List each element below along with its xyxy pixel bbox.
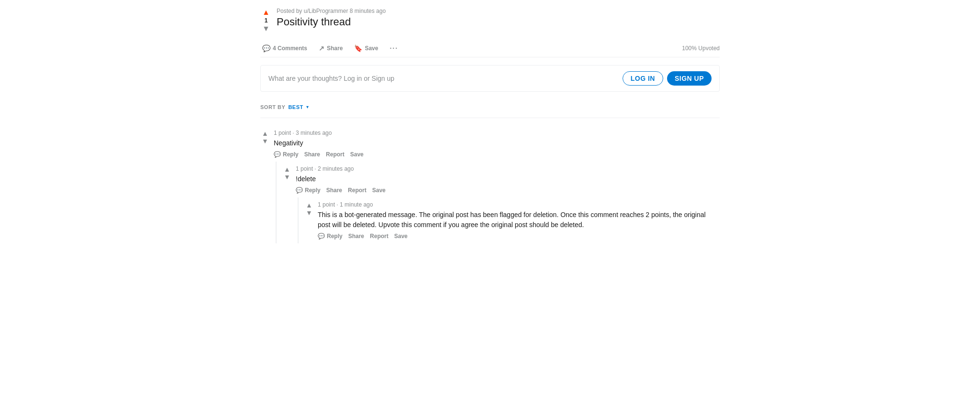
- table-row: ▲ ▼ 1 point · 3 minutes ago Negativity 💬…: [260, 126, 720, 162]
- post-upvote-arrow[interactable]: ▲: [262, 9, 270, 16]
- sort-by-label: SORT BY: [260, 104, 285, 110]
- comment-text: !delete: [296, 174, 720, 184]
- comment-input-area[interactable]: What are your thoughts? Log in or Sign u…: [260, 65, 720, 92]
- comment-downvote-arrow[interactable]: ▼: [306, 209, 312, 217]
- comments-action[interactable]: 💬 4 Comments: [260, 43, 309, 54]
- reply-button[interactable]: 💬 Reply: [296, 187, 321, 194]
- table-row: ▲ ▼ 1 point · 1 minute ago This is a bot…: [304, 197, 720, 243]
- comment-downvote-arrow[interactable]: ▼: [262, 137, 268, 145]
- share-button[interactable]: Share: [326, 187, 342, 194]
- report-button[interactable]: Report: [326, 151, 345, 158]
- sort-chevron-icon[interactable]: ▾: [306, 104, 309, 109]
- reply-label: Reply: [283, 151, 299, 158]
- comment-upvote-arrow[interactable]: ▲: [262, 130, 268, 138]
- comment-downvote-arrow[interactable]: ▼: [284, 173, 290, 181]
- comment-actions: 💬 Reply Share Report Save: [274, 151, 720, 158]
- reply-icon: 💬: [296, 187, 303, 194]
- reply-label: Reply: [327, 233, 343, 240]
- report-button[interactable]: Report: [348, 187, 367, 194]
- sort-bar: SORT BY BEST ▾: [260, 99, 720, 118]
- save-label: Save: [365, 45, 378, 52]
- comment-meta: 1 point · 1 minute ago: [318, 201, 720, 208]
- comment-meta: 1 point · 2 minutes ago: [296, 165, 720, 172]
- signup-button[interactable]: SIGN UP: [667, 71, 712, 86]
- post-meta: Posted by u/LibProgrammer 8 minutes ago: [277, 8, 720, 14]
- more-actions-button[interactable]: ···: [388, 43, 400, 54]
- share-label: Share: [327, 45, 343, 52]
- save-button[interactable]: Save: [350, 151, 364, 158]
- comment-upvote-arrow[interactable]: ▲: [284, 165, 290, 174]
- upvote-percentage: 100% Upvoted: [682, 45, 720, 52]
- sort-value[interactable]: BEST: [288, 104, 303, 110]
- reply-icon: 💬: [274, 151, 281, 158]
- share-button[interactable]: Share: [304, 151, 320, 158]
- save-button[interactable]: Save: [394, 233, 408, 240]
- login-button[interactable]: LOG IN: [623, 71, 663, 86]
- share-icon: ↗: [319, 44, 324, 52]
- reply-button[interactable]: 💬 Reply: [274, 151, 299, 158]
- comments-label: 4 Comments: [273, 45, 307, 52]
- post-title: Positivity thread: [277, 15, 720, 29]
- comment-actions: 💬 Reply Share Report Save: [318, 233, 720, 240]
- save-icon: 🔖: [354, 44, 362, 52]
- save-button[interactable]: Save: [372, 187, 386, 194]
- comments-icon: 💬: [262, 44, 270, 52]
- save-action[interactable]: 🔖 Save: [352, 43, 380, 54]
- reply-label: Reply: [305, 187, 321, 194]
- report-button[interactable]: Report: [370, 233, 389, 240]
- nested-comment: ▲ ▼ 1 point · 2 minutes ago !delete 💬 Re…: [276, 162, 720, 243]
- comment-thread: ▲ ▼ 1 point · 3 minutes ago Negativity 💬…: [260, 126, 720, 243]
- table-row: ▲ ▼ 1 point · 2 minutes ago !delete 💬 Re…: [282, 162, 720, 197]
- comment-text: Negativity: [274, 138, 720, 148]
- nested-nested-comment: ▲ ▼ 1 point · 1 minute ago This is a bot…: [298, 197, 720, 243]
- post-downvote-arrow[interactable]: ▼: [262, 25, 270, 33]
- share-button[interactable]: Share: [348, 233, 364, 240]
- comments-section: ▲ ▼ 1 point · 3 minutes ago Negativity 💬…: [260, 126, 720, 243]
- reply-icon: 💬: [318, 233, 325, 240]
- comment-actions: 💬 Reply Share Report Save: [296, 187, 720, 194]
- comment-text: This is a bot-generated message. The ori…: [318, 210, 720, 230]
- comment-meta: 1 point · 3 minutes ago: [274, 130, 720, 136]
- post-vote-count: 1: [265, 17, 268, 24]
- comment-placeholder: What are your thoughts? Log in or Sign u…: [268, 75, 394, 82]
- reply-button[interactable]: 💬 Reply: [318, 233, 343, 240]
- share-action[interactable]: ↗ Share: [317, 43, 345, 54]
- comment-upvote-arrow[interactable]: ▲: [306, 201, 312, 209]
